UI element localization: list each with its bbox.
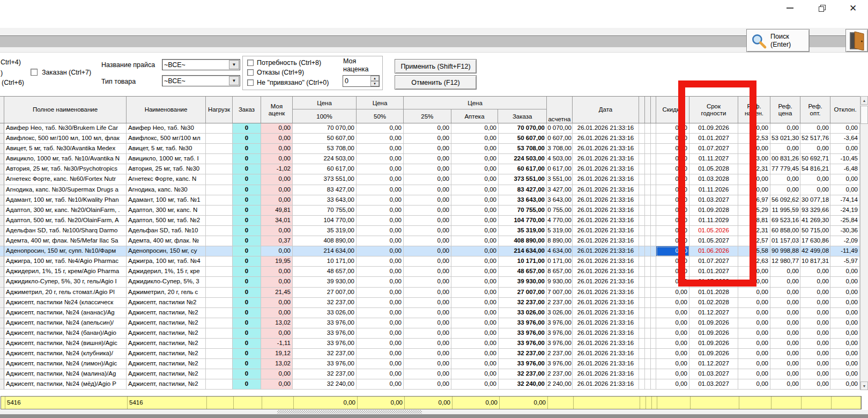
cell-nagruzk[interactable] bbox=[206, 298, 233, 308]
horizontal-scrollbar[interactable] bbox=[0, 410, 868, 414]
cell-n1[interactable] bbox=[639, 308, 645, 318]
cell-ref_cena[interactable]: 0,00 bbox=[770, 349, 800, 359]
cell-n1[interactable] bbox=[639, 154, 645, 164]
cell-full[interactable]: Аджигра, 100 мг, таб. №4/Agio Pharmac bbox=[4, 256, 127, 267]
cell-c50[interactable]: 0,00 bbox=[357, 267, 404, 277]
cell-zakaza[interactable]: 32 240,00 bbox=[499, 379, 547, 390]
cell-skidka[interactable]: 0,00 bbox=[656, 379, 689, 390]
cell-name[interactable]: Авицикло, 1000 мг, таб. I bbox=[127, 154, 206, 164]
cell-skidka[interactable]: 0,00 bbox=[656, 349, 689, 359]
cell-srok[interactable] bbox=[691, 397, 739, 409]
cell-n3[interactable] bbox=[651, 246, 656, 256]
cell-zakaza[interactable]: 408 890,00 bbox=[499, 236, 547, 246]
cell-ref_nacen[interactable]: 2,63 bbox=[738, 256, 770, 267]
col-header-ref-opt[interactable]: Реф. опт. bbox=[800, 97, 830, 123]
cell-c50[interactable]: 0,00 bbox=[357, 277, 404, 287]
cell-srok[interactable]: 01.03.2027 bbox=[689, 379, 738, 390]
cell-c25[interactable]: 0,00 bbox=[404, 236, 451, 246]
cell-zakaz[interactable]: 0 bbox=[233, 267, 261, 277]
cell-full[interactable]: Аджисепт, пастилки, №24 (малина)/Ag bbox=[4, 369, 127, 379]
cell-n1[interactable] bbox=[639, 206, 645, 216]
cell-nacenka[interactable]: 13,02 bbox=[261, 359, 293, 369]
cell-ref_cena[interactable]: 0,00 bbox=[770, 277, 800, 287]
cell-name[interactable]: Авифлокс, 500 мг/100 мл bbox=[127, 134, 206, 144]
cell-c25[interactable]: 0,00 bbox=[404, 359, 451, 369]
cell-full[interactable]: 5416 bbox=[5, 397, 128, 409]
cell-c25[interactable]: 0,00 bbox=[404, 369, 451, 379]
cell-nacenka[interactable]: 0,00 bbox=[261, 277, 293, 287]
spin-up-icon[interactable]: ▲ bbox=[370, 76, 379, 81]
cell-date[interactable]: 26.01.2026 21:33:16 bbox=[573, 277, 639, 287]
col-header-narrow-3[interactable] bbox=[651, 97, 656, 123]
col-header-zakaza[interactable]: Заказа bbox=[498, 109, 546, 123]
cell-full[interactable]: Аджисепт, пастилки, №24 (клубника)/ bbox=[4, 349, 127, 359]
cell-otklon[interactable]: -11,49 bbox=[830, 246, 860, 256]
cell-date[interactable]: 26.01.2026 21:33:16 bbox=[573, 369, 639, 379]
cell-n2[interactable] bbox=[645, 267, 651, 277]
cell-n2[interactable] bbox=[645, 216, 651, 226]
cell-n1[interactable] bbox=[639, 369, 645, 379]
cell-zakaz[interactable]: 0 bbox=[233, 288, 261, 298]
cell-raschet[interactable]: 3 976,00 bbox=[547, 328, 573, 339]
cell-date[interactable]: 26.01.2026 21:33:16 bbox=[573, 185, 639, 195]
cell-c25[interactable]: 0,00 bbox=[404, 308, 451, 318]
cell-c50[interactable]: 0,00 bbox=[357, 349, 404, 359]
cell-ref_cena[interactable]: 0,00 bbox=[770, 288, 800, 298]
cell-raschet[interactable]: 7 007,00 bbox=[547, 288, 573, 298]
cell-ref_nacen[interactable]: 0,00 bbox=[738, 123, 770, 134]
cell-c50[interactable]: 0,00 bbox=[357, 256, 404, 267]
cell-nagruzk[interactable] bbox=[206, 288, 233, 298]
cell-c25[interactable]: 0,00 bbox=[404, 134, 451, 144]
table-row[interactable]: Адамант, 100 мг, таб. №10/Kwality PhanАд… bbox=[0, 195, 868, 206]
markup-stepper[interactable]: ▲ ▼ bbox=[343, 75, 380, 87]
cell-date[interactable]: 26.01.2026 21:33:16 bbox=[573, 267, 639, 277]
cell-apteka[interactable]: 0,00 bbox=[451, 123, 499, 134]
cell-ref_nacen[interactable]: 0,00 bbox=[738, 379, 770, 390]
cell-skidka[interactable]: 0,00 bbox=[656, 308, 689, 318]
table-row[interactable]: Адемта, 400 мг, флак. №5/Mefar Ilac SaАд… bbox=[0, 236, 868, 246]
cell-ref_cena[interactable]: 0,00 bbox=[770, 298, 800, 308]
cell-raschet[interactable]: 0 755,00 bbox=[547, 206, 573, 216]
table-row[interactable]: Аджисепт, пастилки, №24 (ананас)/AgАджис… bbox=[0, 308, 868, 318]
cell-full[interactable]: Аденопросин, 150 мг, супп. №10/Фарм bbox=[4, 246, 127, 256]
cell-nacenka[interactable]: 0,00 bbox=[261, 328, 293, 339]
cell-full[interactable]: Авифер Нео, таб. №30/Brukem Life Car bbox=[4, 123, 127, 134]
cell-ref_cena[interactable]: 53 021,30 bbox=[770, 134, 800, 144]
cell-n3[interactable] bbox=[651, 236, 656, 246]
cell-full[interactable]: Аджисепт, пастилки №24 (классическ bbox=[4, 298, 127, 308]
cell-ref_cena[interactable]: 12 980,77 bbox=[770, 256, 800, 267]
cell-c50[interactable]: 0,00 bbox=[357, 123, 404, 134]
cell-raschet[interactable]: 0 617,00 bbox=[547, 164, 573, 174]
cell-c50[interactable]: 0,00 bbox=[357, 288, 404, 298]
cell-ref_opt[interactable]: 0,00 bbox=[800, 359, 830, 369]
cell-ref_opt[interactable]: 52 517,76 bbox=[800, 134, 830, 144]
cell-zakaz[interactable]: 0 bbox=[233, 144, 261, 154]
cell-n2[interactable] bbox=[645, 134, 651, 144]
cell-c25[interactable]: 0,00 bbox=[404, 195, 451, 206]
cell-name[interactable]: Адельфан SD, таб. №10 bbox=[127, 226, 206, 236]
cell-c100[interactable]: 48 657,00 bbox=[293, 267, 357, 277]
cell-otklon[interactable]: 0,00 bbox=[830, 174, 860, 185]
cell-skidka[interactable] bbox=[657, 397, 691, 409]
cell-ref_nacen[interactable]: 2,53 bbox=[738, 134, 770, 144]
table-row[interactable]: Аджисепт, пастилки, №24 (мёд)/Agio PАджи… bbox=[0, 379, 868, 390]
cell-nacenka[interactable]: 34,01 bbox=[261, 216, 293, 226]
cell-raschet[interactable]: 0 171,00 bbox=[547, 256, 573, 267]
cell-date[interactable]: 26.01.2026 21:33:16 bbox=[573, 349, 639, 359]
cell-date[interactable]: 26.01.2026 21:33:16 bbox=[573, 379, 639, 390]
cell-date[interactable]: 26.01.2026 21:33:16 bbox=[573, 359, 639, 369]
otkazy-checkbox[interactable] bbox=[247, 69, 254, 76]
cell-full[interactable]: Адаптол, 300 мг, капс. №20/OlainFarm, . bbox=[4, 206, 127, 216]
cell-ref_cena[interactable]: 0,00 bbox=[770, 267, 800, 277]
cell-c100[interactable]: 214 634,00 bbox=[293, 246, 357, 256]
cell-c50[interactable]: 0,00 bbox=[357, 339, 404, 349]
cell-n3[interactable] bbox=[651, 359, 656, 369]
cell-srok[interactable]: 01.03.2028 bbox=[689, 174, 738, 185]
cell-skidka[interactable]: 0,00 bbox=[656, 174, 689, 185]
table-row[interactable]: Авифлокс, 500 мг/100 мл, 100 мл, флакАви… bbox=[0, 134, 868, 144]
cell-n1[interactable] bbox=[639, 256, 645, 267]
table-row[interactable]: Аджисепт, пастилки, №24 (апельсин)/Аджис… bbox=[0, 318, 868, 328]
cell-date[interactable]: 26.01.2026 21:33:16 bbox=[573, 288, 639, 298]
cell-zakaz[interactable]: 0 bbox=[233, 308, 261, 318]
cell-nacenka[interactable]: 0,00 bbox=[261, 226, 293, 236]
